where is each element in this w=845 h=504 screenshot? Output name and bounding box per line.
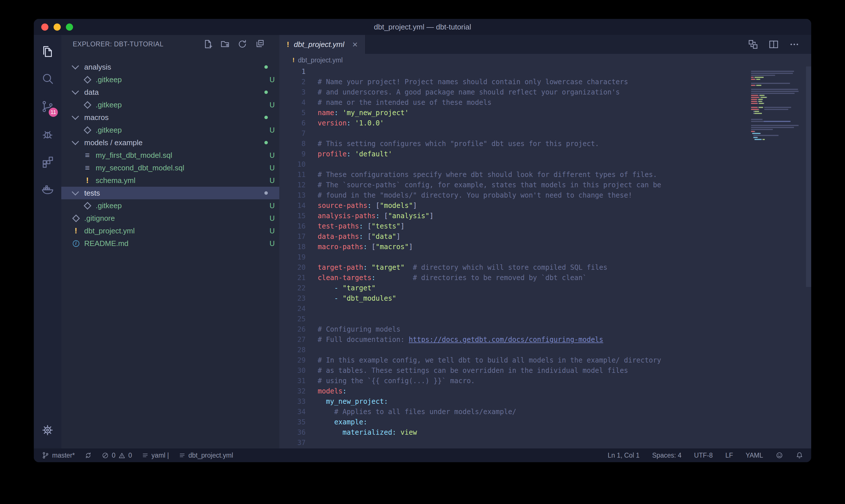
tree-item[interactable]: data (61, 86, 279, 98)
code-line[interactable]: 28 (279, 345, 811, 355)
line-number: 22 (279, 283, 306, 293)
tree-item[interactable]: ≡my_first_dbt_model.sqlU (61, 149, 279, 162)
code-line[interactable]: 5name: 'my_new_project' (279, 108, 811, 118)
code-line[interactable]: 27# Full documentation: https://docs.get… (279, 335, 811, 345)
open-changes-button[interactable] (748, 39, 758, 49)
encoding-status[interactable]: UTF-8 (694, 452, 713, 459)
code-line[interactable]: 1 (279, 67, 811, 77)
code-line[interactable]: 35 example: (279, 417, 811, 427)
code-line[interactable]: 14source-paths: ["models"] (279, 200, 811, 211)
tree-item[interactable]: analysis (61, 61, 279, 73)
tree-item[interactable]: tests (61, 187, 279, 199)
code-line[interactable]: 23 - "dbt_modules" (279, 293, 811, 304)
close-tab-button[interactable]: × (352, 40, 358, 49)
yaml-schema-status[interactable]: yaml | (142, 452, 169, 459)
tree-item[interactable]: .gitkeepU (61, 199, 279, 212)
activity-debug[interactable] (34, 120, 61, 148)
code-line[interactable]: 6version: '1.0.0' (279, 118, 811, 128)
tree-item[interactable]: .gitkeepU (61, 98, 279, 111)
code-line[interactable]: 22 - "target" (279, 283, 811, 293)
language-mode-status[interactable]: YAML (745, 452, 763, 459)
code-line[interactable]: 16test-paths: ["tests"] (279, 221, 811, 231)
zoom-button[interactable] (66, 23, 73, 31)
tree-item-label: dbt_project.yml (84, 227, 134, 235)
title-bar: dbt_project.yml — dbt-tutorial (34, 19, 811, 35)
git-status-badge: U (270, 176, 275, 185)
code-line[interactable]: 7 (279, 128, 811, 139)
code-line[interactable]: 20target-path: "target" # directory whic… (279, 262, 811, 273)
code-line[interactable]: 11# These configurations specify where d… (279, 169, 811, 180)
code-line[interactable]: 37 (279, 437, 811, 448)
tree-item[interactable]: !dbt_project.ymlU (61, 224, 279, 237)
close-button[interactable] (41, 23, 49, 31)
minimize-button[interactable] (54, 23, 61, 31)
line-number: 1 (279, 67, 306, 77)
code-line[interactable]: 10 (279, 159, 811, 169)
code-line[interactable]: 36 materialized: view (279, 427, 811, 437)
breadcrumb[interactable]: ! dbt_project.yml (279, 54, 811, 67)
code-line[interactable]: 17data-paths: ["data"] (279, 231, 811, 242)
code-line[interactable]: 24 (279, 304, 811, 314)
code-line[interactable]: 9profile: 'default' (279, 149, 811, 159)
code-line[interactable]: 34 # Applies to all files under models/e… (279, 407, 811, 417)
code-line[interactable]: 29# In this example config, we tell dbt … (279, 355, 811, 365)
tree-item[interactable]: models / example (61, 136, 279, 149)
activity-search[interactable] (34, 65, 61, 93)
code-editor[interactable]: 12# Name your project! Project names sho… (279, 67, 811, 448)
activity-source-control[interactable]: 11 (34, 93, 61, 120)
tab-dbt-project-yml[interactable]: ! dbt_project.yml × (279, 35, 365, 54)
code-line[interactable]: 15analysis-paths: ["analysis"] (279, 211, 811, 221)
code-line[interactable]: 4# name or the intended use of these mod… (279, 97, 811, 108)
editor-scrollbar[interactable] (806, 67, 811, 287)
code-line[interactable]: 18macro-paths: ["macros"] (279, 242, 811, 252)
activity-extensions[interactable] (34, 148, 61, 175)
code-line[interactable]: 25 (279, 314, 811, 324)
code-line[interactable]: 12# The `source-paths` config, for examp… (279, 180, 811, 190)
git-status-badge: U (270, 202, 275, 210)
code-line[interactable]: 26# Configuring models (279, 324, 811, 335)
code-line[interactable]: 32models: (279, 386, 811, 396)
notifications-button[interactable] (796, 452, 803, 459)
tree-item[interactable]: iREADME.mdU (61, 237, 279, 250)
tree-item[interactable]: .gitkeepU (61, 124, 279, 136)
minimap[interactable] (751, 69, 804, 143)
cursor-position-status[interactable]: Ln 1, Col 1 (608, 452, 640, 459)
code-text: version: '1.0.0' (306, 118, 384, 128)
cursor-position-label: Ln 1, Col 1 (608, 452, 640, 459)
code-line[interactable]: 19 (279, 252, 811, 262)
split-editor-button[interactable] (769, 39, 778, 49)
indentation-status[interactable]: Spaces: 4 (652, 452, 681, 459)
code-line[interactable]: 8# This setting configures which "profil… (279, 139, 811, 149)
new-file-button[interactable] (203, 39, 213, 49)
problems-status[interactable]: 0 0 (102, 452, 132, 459)
tree-item[interactable]: ≡my_second_dbt_model.sqlU (61, 162, 279, 174)
feedback-button[interactable] (776, 452, 783, 459)
branch-status[interactable]: master* (42, 452, 75, 459)
code-line[interactable]: 30# as tables. These settings can be ove… (279, 365, 811, 376)
code-line[interactable]: 31# using the `{{ config(...) }}` macro. (279, 376, 811, 386)
new-folder-button[interactable] (220, 39, 230, 49)
dbt-file-status[interactable]: dbt_project.yml (179, 452, 233, 459)
more-actions-button[interactable] (789, 39, 799, 49)
code-line[interactable]: 3# and underscores. A good package name … (279, 87, 811, 97)
code-line[interactable]: 2# Name your project! Project names shou… (279, 77, 811, 87)
code-line[interactable]: 13# found in the "models/" directory. Yo… (279, 190, 811, 200)
eol-status[interactable]: LF (725, 452, 733, 459)
code-line[interactable]: 21clean-targets: # directories to be rem… (279, 273, 811, 283)
ellipsis-icon (789, 39, 799, 49)
activity-docker[interactable] (34, 175, 61, 203)
minimap-line (751, 137, 804, 139)
code-line[interactable]: 33 my_new_project: (279, 396, 811, 407)
errors-icon (102, 452, 109, 459)
tree-item[interactable]: !schema.ymlU (61, 174, 279, 187)
refresh-explorer-button[interactable] (237, 39, 247, 49)
minimap-line (751, 89, 804, 91)
tree-item[interactable]: macros (61, 111, 279, 124)
activity-explorer[interactable] (34, 38, 61, 65)
tree-item[interactable]: .gitkeepU (61, 73, 279, 86)
collapse-folders-button[interactable] (255, 39, 264, 49)
sync-button[interactable] (85, 452, 92, 459)
minimap-line (751, 115, 804, 117)
settings-gear-button[interactable] (34, 416, 61, 444)
tree-item[interactable]: .gitignoreU (61, 212, 279, 224)
